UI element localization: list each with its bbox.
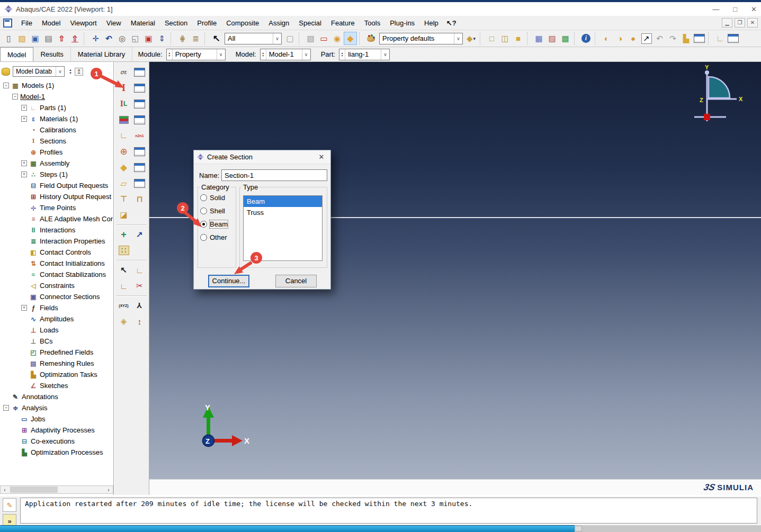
open-icon[interactable] (15, 32, 29, 45)
tree-item-interaction-properties[interactable]: ≣Interaction Properties (0, 236, 114, 247)
tree-item-history-output-request[interactable]: ⊞History Output Request (0, 191, 114, 202)
tree-item-optimization-tasks[interactable]: ▙Optimization Tasks (0, 369, 114, 380)
save-icon[interactable] (29, 32, 42, 45)
shaded-icon[interactable] (512, 32, 525, 45)
datum-csys-icon[interactable] (133, 299, 147, 312)
plus-expander-icon[interactable]: + (21, 116, 27, 122)
db-export-icon[interactable] (68, 32, 82, 45)
menu-viewport[interactable]: Viewport (65, 17, 101, 29)
menu-file[interactable]: File (16, 17, 37, 29)
feature-dots-icon[interactable] (545, 32, 559, 45)
ellipse-icon[interactable] (626, 32, 640, 45)
progress-grip[interactable] (575, 526, 582, 531)
tree-item-amplitudes[interactable]: ∿Amplitudes (0, 313, 114, 324)
context-help-icon[interactable]: ↖? (446, 19, 456, 27)
category-radio-other[interactable]: Other (198, 231, 236, 244)
model-combo[interactable]: ▲▼ Model-1 ∨ (260, 49, 311, 60)
section-assign-manager-icon[interactable] (133, 97, 147, 111)
radio-icon[interactable] (200, 194, 207, 201)
tree-horizontal-scrollbar[interactable]: ‹ › (0, 485, 113, 494)
ghost-icon[interactable] (283, 32, 297, 45)
skin-icon[interactable] (117, 192, 131, 206)
edit-selection-icon[interactable] (317, 32, 330, 45)
mesh-view-icon[interactable] (532, 32, 545, 45)
filter-combo[interactable]: All∨ (225, 33, 282, 44)
pan-icon[interactable] (89, 32, 102, 45)
union-icon[interactable] (600, 32, 613, 45)
partition-edge-icon[interactable] (133, 279, 147, 293)
menu-tools[interactable]: Tools (360, 17, 385, 29)
cursor-icon[interactable] (210, 32, 223, 45)
undo-icon[interactable] (653, 32, 666, 45)
chevron-down-icon[interactable]: ∨ (381, 49, 389, 60)
menu-composite[interactable]: Composite (221, 17, 264, 29)
tab-material-library[interactable]: Material Library (71, 47, 133, 61)
tree-context-combo[interactable]: Model Datab ∨ (13, 66, 65, 77)
cube-menu-icon[interactable] (464, 32, 478, 45)
chevron-down-icon[interactable]: ∨ (302, 49, 310, 60)
tree-item-optimization-processes[interactable]: ▙Optimization Processes (0, 447, 114, 458)
section-name-input[interactable] (221, 169, 327, 181)
new-icon[interactable] (2, 32, 15, 45)
section-icon[interactable] (117, 81, 131, 95)
close-icon[interactable]: ✕ (751, 5, 757, 13)
show-dots-icon[interactable] (330, 32, 344, 45)
zoom-icon[interactable] (115, 32, 129, 45)
wireframe-icon[interactable] (485, 32, 498, 45)
continue-button[interactable]: Continue... (208, 275, 249, 287)
datum-axis-icon[interactable] (133, 228, 147, 241)
tree-item-interactions[interactable]: IIInteractions (0, 224, 114, 236)
menu-section[interactable]: Section (160, 17, 192, 29)
module-combo[interactable]: ▲▼ Property ∨ (166, 49, 226, 60)
tree-item-time-points[interactable]: ⊹Time Points (0, 202, 114, 213)
spinner-icon[interactable]: ▲▼ (167, 49, 173, 60)
hidden-line-icon[interactable] (498, 32, 512, 45)
tree-item-model-1[interactable]: −Model-1 (0, 91, 114, 102)
probe-icon[interactable] (640, 32, 653, 45)
zoom-box-icon[interactable] (129, 32, 142, 45)
chevron-down-icon[interactable]: ∨ (273, 33, 281, 44)
material-manager-icon[interactable] (133, 65, 147, 79)
round-fillet-icon[interactable] (133, 263, 147, 277)
radio-icon[interactable] (200, 221, 207, 228)
beam-orientation-icon[interactable] (117, 129, 131, 142)
menu-plug-ins[interactable]: Plug-ins (385, 17, 419, 29)
menu-feature[interactable]: Feature (326, 17, 360, 29)
type-option-beam[interactable]: Beam (244, 196, 322, 207)
minimize-icon[interactable]: — (712, 5, 719, 13)
delete-face-icon[interactable] (117, 208, 131, 222)
type-listbox[interactable]: BeamTruss (243, 195, 323, 261)
profile-icon[interactable] (117, 145, 131, 158)
category-radio-solid[interactable]: Solid (198, 191, 236, 204)
tree-item-connector-sections[interactable]: ▣Connector Sections (0, 291, 114, 302)
scrollbar-thumb[interactable] (10, 486, 58, 493)
menu-view[interactable]: View (102, 17, 126, 29)
render-rail2-icon[interactable] (189, 32, 202, 45)
section-cut-icon[interactable] (713, 32, 727, 45)
table-editor-icon[interactable] (727, 32, 740, 45)
minus-expander-icon[interactable]: − (3, 83, 9, 88)
tree-item-adaptivity-processes[interactable]: ⊞Adaptivity Processes (0, 425, 114, 436)
fit-view-icon[interactable] (142, 32, 155, 45)
axis-vertical-icon[interactable] (133, 314, 147, 328)
cancel-button[interactable]: Cancel (275, 275, 317, 287)
chevron-down-icon[interactable]: ∨ (217, 49, 225, 60)
palette-icon[interactable] (364, 32, 378, 45)
message-log-icon[interactable] (3, 498, 16, 512)
tree-item-sketches[interactable]: ∠Sketches (0, 380, 114, 391)
tab-results[interactable]: Results (33, 47, 70, 61)
info-icon[interactable] (579, 32, 593, 45)
partition-cell-icon[interactable] (117, 279, 131, 293)
cycle-views-icon[interactable] (155, 32, 168, 45)
part-combo[interactable]: ▲▼ liang-1 ∨ (339, 49, 390, 60)
tree-item-assembly[interactable]: +▦Assembly (0, 158, 114, 169)
tree-item-contact-stabilizations[interactable]: ≈Contact Stabilizations (0, 269, 114, 280)
profile-manager-icon[interactable] (133, 145, 147, 158)
collapse-all-icon[interactable] (75, 67, 83, 76)
spinner-icon[interactable]: ▲▼ (339, 49, 345, 60)
plus-expander-icon[interactable]: + (21, 172, 27, 177)
composite-layup-icon[interactable] (117, 113, 131, 127)
tree-item-sections[interactable]: ISections (0, 136, 114, 147)
redo-icon[interactable] (666, 32, 679, 45)
viewport-menu-icon[interactable] (3, 19, 12, 28)
